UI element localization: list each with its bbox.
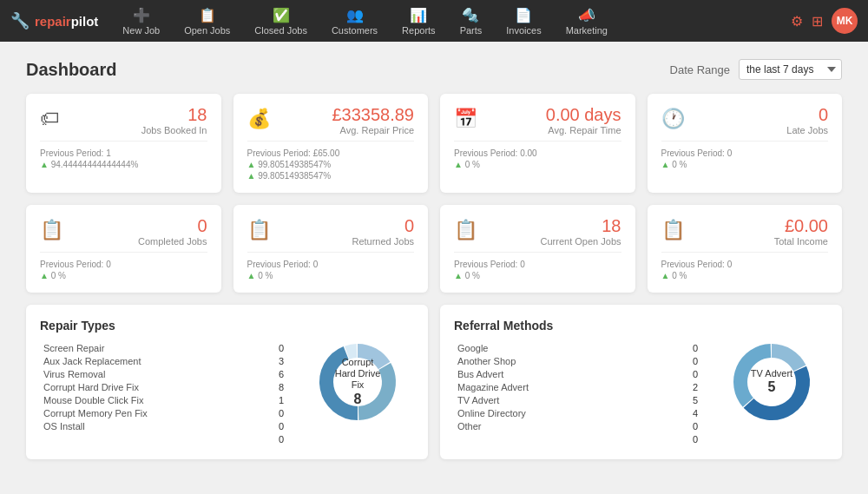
nav-label-parts: Parts: [460, 25, 483, 36]
brand-icon: 🔧: [10, 11, 30, 30]
nav-icon-open-jobs: 📋: [199, 7, 216, 23]
item-value: 8: [263, 380, 287, 393]
nav-icon-invoices: 📄: [515, 7, 532, 23]
stat-value-late-jobs: 0: [786, 106, 828, 123]
stat-card-late-jobs: 🕐 0 Late Jobs Previous Period: 0▲ 0 %: [648, 94, 843, 193]
stat-value-total-income: £0.00: [774, 217, 828, 234]
stat-prev-current-open-jobs: Previous Period: 0: [454, 260, 621, 269]
item-value: 0: [263, 406, 287, 419]
brand-name: repairpilot: [35, 14, 98, 29]
stat-value-returned-jobs: 0: [352, 217, 414, 234]
nav-icon-new-job: ➕: [133, 7, 150, 23]
stat-icon-avg-repair-time: 📅: [454, 108, 477, 130]
referral-methods-title: Referral Methods: [454, 319, 701, 333]
list-item: 0: [40, 432, 287, 445]
stat-card-returned-jobs: 📋 0 Returned Jobs Previous Period: 0▲ 0 …: [233, 205, 429, 293]
nav-item-parts[interactable]: 🔩Parts: [450, 3, 493, 39]
list-item: TV Advert5: [454, 393, 701, 406]
list-item: Aux Jack Replacement3: [40, 354, 287, 367]
stat-card-avg-repair-price: 💰 £33358.89 Avg. Repair Price Previous P…: [233, 94, 429, 193]
user-avatar[interactable]: MK: [832, 8, 858, 34]
stat-prev-completed-jobs: Previous Period: 0: [40, 260, 207, 269]
nav-label-invoices: Invoices: [506, 25, 541, 36]
repair-types-title: Repair Types: [40, 319, 287, 333]
item-value: 2: [667, 380, 701, 393]
stat-label-returned-jobs: Returned Jobs: [352, 236, 414, 247]
nav-item-reports[interactable]: 📊Reports: [391, 3, 446, 39]
list-item: Mouse Double Click Fix1: [40, 393, 287, 406]
stat-icon-jobs-booked: 🏷: [40, 108, 59, 130]
stat-value-avg-repair-time: 0.00 days: [546, 106, 621, 123]
item-name: Google: [454, 341, 667, 354]
item-name: Other: [454, 419, 667, 432]
nav-item-customers[interactable]: 👥Customers: [321, 3, 388, 39]
nav-icon-parts: 🔩: [462, 7, 479, 23]
stat-change-avg-repair-time: ▲ 0 %: [454, 160, 621, 169]
stat-prev-jobs-booked: Previous Period: 1: [40, 148, 207, 158]
referral-chart: TV Advert 5: [715, 319, 828, 445]
list-item: Corrupt Memory Pen Fix0: [40, 406, 287, 419]
stat-value-current-open-jobs: 18: [541, 217, 621, 234]
item-value: 0: [667, 419, 701, 432]
item-name: Bus Advert: [454, 367, 667, 380]
stat-icon-avg-repair-price: 💰: [247, 108, 271, 130]
nav-item-marketing[interactable]: 📣Marketing: [556, 3, 618, 39]
stat-prev-avg-repair-time: Previous Period: 0.00: [454, 148, 621, 158]
stat-label-total-income: Total Income: [774, 236, 828, 247]
item-value: 0: [667, 432, 701, 445]
nav-label-open-jobs: Open Jobs: [184, 25, 230, 36]
repair-types-donut: Corrupt Hard Drive Fix 8: [306, 330, 410, 434]
list-item: Screen Repair0: [40, 341, 287, 354]
item-value: 0: [263, 419, 287, 432]
stat-label-late-jobs: Late Jobs: [786, 125, 828, 135]
nav-icon-marketing: 📣: [578, 7, 595, 23]
stat-label-jobs-booked: Jobs Booked In: [141, 125, 207, 135]
list-item: Google0: [454, 341, 701, 354]
item-name: Aux Jack Replacement: [40, 354, 263, 367]
list-item: Bus Advert0: [454, 367, 701, 380]
item-name: Another Shop: [454, 354, 667, 367]
stats-row-2: 📋 0 Completed Jobs Previous Period: 0▲ 0…: [26, 205, 842, 293]
repair-types-chart: Corrupt Hard Drive Fix 8: [301, 319, 414, 445]
item-name: Virus Removal: [40, 367, 263, 380]
date-range-select[interactable]: todayyesterdaythe last 7 daysthe last 30…: [739, 59, 842, 80]
item-name: TV Advert: [454, 393, 667, 406]
stat-label-avg-repair-price: Avg. Repair Price: [332, 125, 414, 135]
brand-logo[interactable]: 🔧 repairpilot: [10, 11, 98, 30]
grid-icon[interactable]: ⊞: [812, 13, 823, 30]
nav-item-new-job[interactable]: ➕New Job: [112, 3, 170, 39]
item-name: Magazine Advert: [454, 380, 667, 393]
stat-extra-change-avg-repair-price: ▲ 99.80514938547%: [247, 171, 415, 181]
referral-donut: TV Advert 5: [720, 330, 824, 434]
stat-change-total-income: ▲ 0 %: [661, 271, 829, 280]
nav-label-reports: Reports: [402, 25, 436, 36]
nav-item-open-jobs[interactable]: 📋Open Jobs: [174, 3, 240, 39]
dashboard-header: Dashboard Date Range todayyesterdaythe l…: [26, 59, 842, 80]
stat-label-current-open-jobs: Current Open Jobs: [541, 236, 621, 247]
list-item: Online Directory4: [454, 406, 701, 419]
nav-label-marketing: Marketing: [566, 25, 608, 36]
nav-item-invoices[interactable]: 📄Invoices: [496, 3, 551, 39]
item-name: Online Directory: [454, 406, 667, 419]
nav-right: ⚙ ⊞ MK: [791, 8, 858, 34]
nav-item-closed-jobs[interactable]: ✅Closed Jobs: [244, 3, 318, 39]
nav-icon-customers: 👥: [346, 7, 364, 23]
item-name: Corrupt Memory Pen Fix: [40, 406, 263, 419]
stat-icon-total-income: 📋: [661, 219, 685, 241]
stat-card-completed-jobs: 📋 0 Completed Jobs Previous Period: 0▲ 0…: [26, 205, 221, 293]
stat-value-jobs-booked: 18: [141, 106, 207, 123]
item-name: [454, 432, 667, 445]
item-value: 6: [263, 367, 287, 380]
item-name: [40, 432, 263, 445]
stat-prev-returned-jobs: Previous Period: 0: [247, 260, 415, 269]
nav-label-customers: Customers: [332, 25, 378, 36]
item-value: 1: [263, 393, 287, 406]
list-item: Corrupt Hard Drive Fix8: [40, 380, 287, 393]
settings-icon[interactable]: ⚙: [791, 13, 803, 30]
stat-change-late-jobs: ▲ 0 %: [661, 160, 829, 169]
stat-prev-total-income: Previous Period: 0: [661, 260, 829, 269]
stat-change-avg-repair-price: ▲ 99.80514938547%: [247, 160, 415, 169]
main-content: Dashboard Date Range todayyesterdaythe l…: [0, 42, 868, 477]
stat-icon-current-open-jobs: 📋: [454, 219, 477, 241]
referral-table: Google0Another Shop0Bus Advert0Magazine …: [454, 341, 701, 445]
